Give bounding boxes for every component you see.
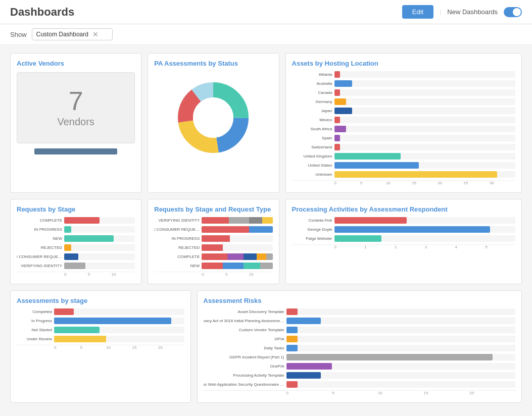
bar-label: / CONSUMER REQUEST [17, 254, 62, 259]
axis-label: 0 [334, 181, 360, 185]
processing-activities-title: Processing Activities by Assessment Resp… [292, 205, 515, 213]
bar-label: COMPLETE [154, 254, 200, 259]
bar-row: / CONSUMER REQUEST [17, 253, 135, 260]
bar-label: NEW [154, 264, 200, 268]
stacked-bar-track [202, 217, 272, 224]
bar-label: DPIA [204, 337, 284, 341]
stacked-segment [202, 235, 230, 242]
bar-fill [334, 135, 341, 141]
toggle-switch[interactable] [504, 7, 522, 17]
axis-label: 0 [334, 245, 365, 249]
bar-fill [334, 126, 347, 132]
bar-row: Canada [292, 89, 515, 96]
bar-track [286, 363, 516, 370]
bar-fill [334, 153, 401, 160]
bar-row: or Web Application Security Questionnair… [204, 381, 516, 388]
bar-row: Switzerland [292, 144, 515, 150]
bar-row: Paige Webster [292, 235, 515, 242]
stacked-segment [244, 263, 260, 269]
clear-icon[interactable]: ✕ [92, 30, 99, 38]
page-title: Dashboards [10, 6, 74, 19]
bar-track [286, 381, 516, 388]
bar-label: Switzerland [292, 145, 332, 149]
bar-fill [286, 381, 298, 388]
bar-label: Processing Activity Template [204, 373, 284, 378]
axis-label: 5 [80, 345, 107, 350]
requests-stage-type-title: Requests by Stage and Request Type [154, 205, 272, 213]
bar-label: / CONSUMER REQUEST [154, 227, 200, 232]
bar-row: Not Started [17, 327, 184, 333]
dashboard-selector[interactable]: Custom Dashboard ✕ [32, 28, 113, 40]
stacked-segment [202, 217, 228, 224]
axis-label: 5 [88, 272, 112, 277]
bar-row: Daily Tasks [204, 345, 516, 351]
bar-track [334, 108, 515, 114]
bar-fill [334, 89, 341, 96]
bar-fill [286, 318, 321, 324]
requests-stage-title: Requests by Stage [17, 205, 135, 213]
axis-label: 5 [332, 391, 378, 395]
bar-track [334, 162, 515, 169]
bar-row: COMPLETE [17, 217, 135, 224]
bar-fill [334, 226, 490, 233]
bar-label: Completed [17, 309, 52, 314]
axis-label: 3 [425, 245, 455, 249]
bar-row: Unknown [292, 171, 515, 178]
show-label: Show [10, 31, 27, 38]
bar-label: Paige Webster [292, 236, 332, 241]
bar-label: IN PROGRESS [17, 227, 62, 232]
bar-track [54, 308, 184, 315]
toolbar: Show Custom Dashboard ✕ [0, 24, 532, 45]
bar-track [334, 171, 515, 178]
processing-activities-card: Processing Activities by Assessment Resp… [285, 199, 522, 284]
bar-row: Australia [292, 80, 515, 87]
assessment-risks-title: Assessment Risks [204, 297, 516, 304]
bar-track [286, 372, 516, 379]
bar-row: vacy Act of 2018 Initial Planning Assess… [204, 318, 516, 324]
bar-track [64, 226, 135, 233]
new-dashboards-label: New Dashboards [447, 8, 498, 16]
stacked-segment [202, 244, 223, 251]
bar-fill [64, 244, 71, 251]
bar-track [334, 126, 515, 132]
axis-label: 10 [106, 345, 132, 350]
bar-row: George Doyle [292, 226, 515, 233]
bar-row: Mexico [292, 117, 515, 123]
bar-fill [286, 336, 298, 342]
stacked-segment [227, 253, 244, 260]
bar-label: Australia [292, 81, 332, 86]
assets-hosting-chart: Albania Australia Canada Germany Japan [292, 70, 515, 186]
bar-row: Albania [292, 71, 515, 78]
bar-row: United States [292, 162, 515, 169]
axis-label: 15 [412, 181, 438, 185]
bar-row: Processing Activity Template [204, 372, 516, 379]
svg-point-6 [193, 97, 233, 138]
axis-label: 0 [64, 272, 88, 277]
bar-row: DPIA [204, 336, 516, 342]
processing-activities-chart: Cordelia Fink George Doyle Paige Webster… [292, 216, 515, 250]
header: Dashboards Edit | New Dashboards [0, 0, 532, 24]
bar-track [286, 308, 516, 315]
bar-row: Completed [17, 308, 184, 315]
vendors-label: Vendors [57, 116, 94, 128]
stacked-segment [262, 217, 272, 224]
bar-row: United Kingdom [292, 153, 515, 160]
bar-row: / CONSUMER REQUEST [154, 226, 272, 233]
axis-label: 20 [469, 391, 515, 395]
axis-label: 10 [249, 272, 273, 277]
vendors-count: 7 [69, 88, 83, 114]
edit-button[interactable]: Edit [402, 5, 433, 19]
bar-track [286, 327, 516, 333]
bar-label: Unknown [292, 172, 332, 177]
bar-row: NEW [17, 235, 135, 242]
requests-stage-type-card: Requests by Stage and Request Type VERIF… [148, 199, 279, 284]
bar-fill [286, 363, 332, 370]
bar-row: South Africa [292, 126, 515, 132]
bar-fill [286, 345, 298, 351]
bar-fill [334, 71, 341, 78]
bar-track [286, 354, 516, 360]
assessment-risks-chart: Asset Discovery Template vacy Act of 201… [204, 307, 516, 396]
stacked-bar-track [202, 226, 272, 233]
axis-label: 2 [395, 245, 425, 249]
bar-label: Japan [292, 109, 332, 113]
